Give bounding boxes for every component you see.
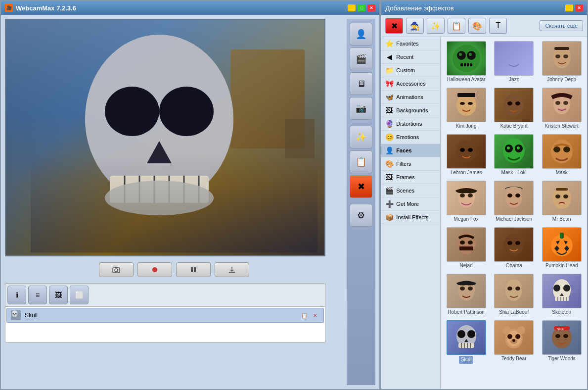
effects-minimize-button[interactable]: _ xyxy=(565,4,573,11)
skull-effect-label: Skull xyxy=(459,356,474,364)
category-item-favorites[interactable]: ⭐ Favorites xyxy=(381,37,440,50)
svg-rect-36 xyxy=(554,47,569,50)
image-tab[interactable]: 🖼 xyxy=(49,286,68,304)
layers-tool-button[interactable]: 📋 xyxy=(350,150,372,173)
text-effect-btn[interactable]: T xyxy=(489,18,507,34)
remove-effect-btn[interactable]: ✖ xyxy=(385,18,403,34)
category-item-filters[interactable]: 🎨 Filters xyxy=(381,157,440,171)
svg-point-49 xyxy=(468,148,473,152)
category-label-distortions: Distortions xyxy=(396,121,422,127)
svg-point-86 xyxy=(515,287,520,291)
svg-point-3 xyxy=(159,87,214,136)
category-item-get-more[interactable]: ➕ Get More xyxy=(381,197,440,211)
svg-point-46 xyxy=(563,101,568,105)
category-item-recent[interactable]: ◀ Recent xyxy=(381,50,440,64)
effect-kristen-stewart[interactable]: Kristen Stewart xyxy=(539,87,584,130)
effects-close-button[interactable]: ✕ xyxy=(575,4,583,11)
download-more-button[interactable]: Скачать ещё xyxy=(540,20,583,31)
svg-point-98 xyxy=(457,330,465,338)
magic-tool-button[interactable]: ✨ xyxy=(350,126,372,148)
app-title: WebcamMax 7.2.3.6 xyxy=(16,4,76,12)
sparkle-effect-btn[interactable]: ✨ xyxy=(427,18,445,34)
category-item-distortions[interactable]: 🔮 Distortions xyxy=(381,117,440,131)
svg-point-69 xyxy=(460,241,465,244)
effect-nejad[interactable]: Nejad xyxy=(444,226,489,270)
maximize-button[interactable]: □ xyxy=(358,4,365,11)
svg-point-108 xyxy=(502,326,510,334)
remove-tool-button[interactable]: ✖ xyxy=(350,175,372,198)
effect-kim-jong[interactable]: Kim Jong xyxy=(444,87,489,130)
record-button[interactable] xyxy=(137,262,172,277)
teddy-bear-thumb xyxy=(494,320,534,355)
list-tab[interactable]: ≡ xyxy=(28,286,47,304)
category-item-accessories[interactable]: 🎀 Accessories xyxy=(381,77,440,91)
effect-mr-bean[interactable]: Mr Bean xyxy=(539,180,584,223)
pause-button[interactable] xyxy=(176,262,211,277)
paint-effect-btn[interactable]: 🎨 xyxy=(468,18,486,34)
effect-obama[interactable]: Obama xyxy=(492,226,537,270)
svg-point-63 xyxy=(515,194,520,197)
monitor-tool-button[interactable]: 🖥 xyxy=(350,72,372,95)
effect-megan-fox[interactable]: Megan Fox xyxy=(444,180,489,223)
download-button[interactable] xyxy=(215,262,249,277)
category-item-install-effects[interactable]: 📦 Install Effects xyxy=(381,211,440,224)
effect-skull[interactable]: Skull xyxy=(444,319,489,365)
frame-tab[interactable]: ⬜ xyxy=(70,286,89,304)
megan-fox-name: Megan Fox xyxy=(454,216,479,222)
effect-halloween-avatar[interactable]: Halloween Avatar xyxy=(444,40,489,84)
effect-michael-jackson[interactable]: Michael Jackson xyxy=(492,180,537,223)
filters-icon: 🎨 xyxy=(385,160,393,168)
minimize-button[interactable]: _ xyxy=(348,4,356,11)
johnny-depp-name: Johnny Depp xyxy=(547,77,576,83)
settings-tool-button[interactable]: ⚙ xyxy=(350,204,372,227)
effect-shia-labeouf[interactable]: Shia LaBeouf xyxy=(492,273,537,316)
effect-jazz[interactable]: Jazz xyxy=(492,40,537,84)
close-button[interactable]: ✕ xyxy=(367,4,375,11)
effect-teddy-bear[interactable]: Teddy Bear xyxy=(492,319,537,365)
skull-effect-item[interactable]: 💀 Skull 📋 ✕ xyxy=(6,308,324,323)
film-tool-button[interactable]: 🎬 xyxy=(350,48,372,70)
copy-effect-button[interactable]: 📋 xyxy=(300,311,309,320)
category-item-backgrounds[interactable]: 🖼 Backgrounds xyxy=(381,104,440,117)
mask-loki-thumb xyxy=(494,134,534,169)
category-item-frames[interactable]: 🖼 Frames xyxy=(381,171,440,184)
info-tab[interactable]: ℹ xyxy=(7,286,26,304)
svg-point-111 xyxy=(515,334,520,339)
svg-point-62 xyxy=(507,194,512,197)
shia-labeouf-name: Shia LaBeouf xyxy=(499,309,529,315)
webcam-tool-button[interactable]: 📷 xyxy=(350,97,372,120)
screenshot-button[interactable] xyxy=(99,262,134,277)
wizard-effect-btn[interactable]: 🧙 xyxy=(406,18,424,34)
effect-pumpkin-head[interactable]: Pumpkin Head xyxy=(539,226,584,270)
jazz-name: Jazz xyxy=(509,77,519,83)
delete-effect-button[interactable]: ✕ xyxy=(311,311,319,320)
effect-mask-loki[interactable]: Mask - Loki xyxy=(492,133,537,177)
svg-text:NIKE: NIKE xyxy=(557,328,564,331)
megan-fox-thumb xyxy=(447,181,486,215)
category-item-emotions[interactable]: 😊 Emotions xyxy=(381,131,440,144)
category-item-faces[interactable]: 👤 Faces xyxy=(381,144,440,157)
svg-point-83 xyxy=(468,287,473,291)
category-label-filters: Filters xyxy=(396,161,411,167)
mask-loki-name: Mask - Loki xyxy=(501,170,527,176)
download-icon xyxy=(228,266,236,274)
effect-lebron-james[interactable]: Lebron James xyxy=(444,133,489,177)
person-tool-button[interactable]: 👤 xyxy=(350,23,372,46)
pumpkin-head-name: Pumpkin Head xyxy=(545,263,578,269)
effects-list-area: ℹ ≡ 🖼 ⬜ 💀 Skull 📋 ✕ xyxy=(5,283,325,342)
category-item-custom[interactable]: 📁 Custom xyxy=(381,64,440,77)
effect-mask[interactable]: Mask xyxy=(539,133,584,177)
category-item-scenes[interactable]: 🎬 Scenes xyxy=(381,184,440,197)
effect-kobe-bryant[interactable]: Kobe Bryant xyxy=(492,87,537,130)
effect-johnny-depp[interactable]: Johnny Depp xyxy=(539,40,584,84)
obama-name: Obama xyxy=(506,263,522,269)
layers-effect-btn[interactable]: 📋 xyxy=(448,18,465,34)
record-icon xyxy=(151,266,159,274)
effect-skeleton[interactable]: Skeleton xyxy=(539,273,584,316)
effect-tiger-woods[interactable]: NIKE Tiger Woods xyxy=(539,319,584,365)
skull-effect-name: Skull xyxy=(25,312,38,319)
kim-jong-name: Kim Jong xyxy=(456,123,477,129)
teddy-bear-name: Teddy Bear xyxy=(501,356,527,362)
effect-robert-pattinson[interactable]: Robert Pattinson xyxy=(444,273,489,316)
category-item-animations[interactable]: 🦋 Animations xyxy=(381,91,440,104)
